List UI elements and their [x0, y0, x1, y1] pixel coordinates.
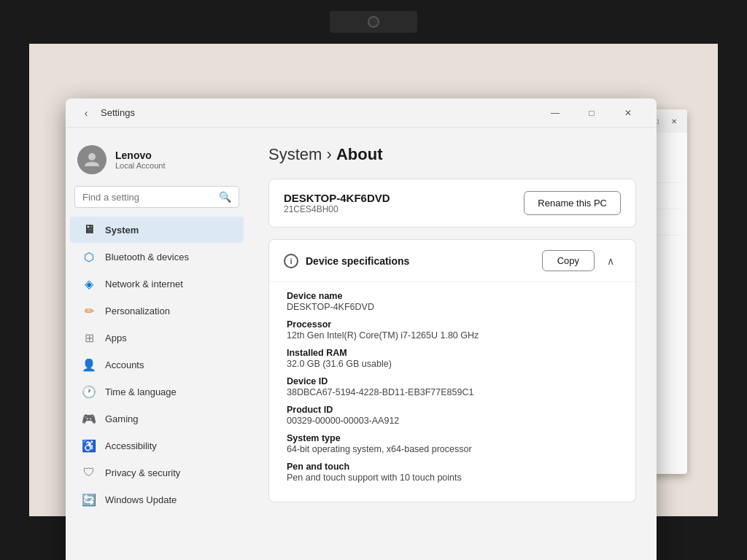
- spec-row: System type 64-bit operating system, x64…: [287, 433, 618, 454]
- spec-value: 12th Gen Intel(R) Core(TM) i7-1265U 1.80…: [287, 330, 618, 341]
- sidebar-item-privacy[interactable]: 🛡 Privacy & security: [70, 459, 244, 486]
- sidebar-item-label: Gaming: [105, 413, 139, 424]
- sidebar-item-accounts[interactable]: 👤 Accounts: [70, 351, 244, 378]
- user-name: Lenovo: [115, 149, 166, 161]
- sidebar-item-apps[interactable]: ⊞ Apps: [70, 324, 244, 351]
- apps-icon: ⊞: [82, 330, 96, 345]
- breadcrumb: System › About: [268, 145, 382, 163]
- spec-row: Device ID 38DBCA67-5194-4228-BD11-EB3F77…: [287, 376, 618, 397]
- page-title: About: [336, 145, 383, 163]
- personalization-icon: ✏: [82, 303, 96, 318]
- spec-row: Pen and touch Pen and touch support with…: [287, 462, 618, 483]
- rename-pc-button[interactable]: Rename this PC: [524, 191, 621, 215]
- pc-serial: 21CES4BH00: [284, 204, 390, 214]
- sidebar-item-windows-update[interactable]: 🔄 Windows Update: [70, 486, 244, 513]
- specs-body: Device name DESKTOP-4KF6DVD Processor 12…: [269, 282, 635, 502]
- gaming-icon: 🎮: [82, 411, 96, 426]
- spec-value: 64-bit operating system, x64-based proce…: [287, 444, 618, 454]
- pc-info: DESKTOP-4KF6DVD 21CES4BH00: [284, 192, 390, 214]
- sidebar-item-personalization[interactable]: ✏ Personalization: [70, 298, 244, 324]
- sidebar-item-label: System: [105, 225, 139, 236]
- info-icon: i: [284, 254, 298, 268]
- webcam-bar: [330, 11, 417, 33]
- maximize-button[interactable]: □: [575, 101, 608, 125]
- pc-name-card: DESKTOP-4KF6DVD 21CES4BH00 Rename this P…: [268, 179, 636, 228]
- settings-window: ‹ Settings — □ ✕: [66, 98, 657, 560]
- spec-value: 00329-00000-00003-AA912: [287, 416, 618, 426]
- breadcrumb-separator: ›: [326, 145, 336, 163]
- user-info: Lenovo Local Account: [115, 149, 166, 170]
- close-button[interactable]: ✕: [611, 101, 645, 125]
- right-panel: System › About DESKTOP-4KF6DVD 21CES4BH0…: [248, 128, 657, 560]
- spec-row: Processor 12th Gen Intel(R) Core(TM) i7-…: [287, 319, 618, 341]
- sidebar-item-label: Personalization: [105, 306, 170, 316]
- sidebar-item-label: Network & internet: [105, 279, 183, 289]
- spec-value: 32.0 GB (31.6 GB usable): [287, 359, 618, 369]
- spec-label: Pen and touch: [287, 462, 618, 472]
- sidebar-item-accessibility[interactable]: ♿ Accessibility: [70, 432, 244, 459]
- sidebar-item-bluetooth[interactable]: ⬡ Bluetooth & devices: [70, 244, 244, 270]
- network-icon: ◈: [82, 276, 96, 291]
- user-account-type: Local Account: [115, 161, 166, 170]
- accessibility-icon: ♿: [82, 438, 96, 453]
- sidebar-item-time[interactable]: 🕐 Time & language: [70, 378, 244, 405]
- webcam-dot: [368, 16, 379, 28]
- search-icon: 🔍: [219, 191, 231, 203]
- spec-label: Device ID: [287, 376, 618, 386]
- sidebar-item-network[interactable]: ◈ Network & internet: [70, 271, 244, 297]
- spec-value: Pen and touch support with 10 touch poin…: [287, 472, 618, 483]
- sidebar-item-label: Bluetooth & devices: [105, 252, 189, 262]
- spec-label: Installed RAM: [287, 348, 618, 358]
- sidebar-item-label: Apps: [105, 332, 127, 343]
- collapse-button[interactable]: ∧: [600, 251, 621, 271]
- accounts-icon: 👤: [82, 357, 96, 372]
- sidebar-item-label: Accessibility: [105, 440, 157, 451]
- main-content: Lenovo Local Account 🔍 🖥 System ⬡ Blueto: [66, 128, 657, 560]
- bluetooth-icon: ⬡: [82, 249, 96, 264]
- page-header: System › About: [268, 145, 636, 164]
- minimize-button[interactable]: —: [538, 101, 572, 125]
- explorer-close-btn[interactable]: ✕: [667, 114, 681, 128]
- pc-hostname: DESKTOP-4KF6DVD: [284, 192, 390, 204]
- spec-value: 38DBCA67-5194-4228-BD11-EB3F77E859C1: [287, 387, 618, 397]
- search-box[interactable]: 🔍: [74, 186, 239, 208]
- sidebar-item-system[interactable]: 🖥 System: [70, 217, 244, 243]
- sidebar-item-gaming[interactable]: 🎮 Gaming: [70, 405, 244, 432]
- sidebar-item-label: Windows Update: [105, 494, 177, 505]
- spec-row: Installed RAM 32.0 GB (31.6 GB usable): [287, 348, 618, 369]
- specs-title-row: i Device specifications: [284, 254, 409, 268]
- svg-point-0: [88, 153, 96, 160]
- time-icon: 🕐: [82, 384, 96, 399]
- sidebar-item-label: Time & language: [105, 386, 177, 397]
- window-title: Settings: [101, 107, 538, 118]
- system-icon: 🖥: [82, 222, 96, 237]
- spec-row: Device name DESKTOP-4KF6DVD: [287, 291, 618, 312]
- specs-controls: Copy ∧: [542, 250, 621, 271]
- spec-value: DESKTOP-4KF6DVD: [287, 302, 618, 312]
- avatar: [77, 145, 107, 174]
- title-bar: ‹ Settings — □ ✕: [66, 98, 657, 128]
- spec-label: Product ID: [287, 405, 618, 415]
- device-specs-section: i Device specifications Copy ∧ Device na…: [268, 239, 636, 502]
- sidebar: Lenovo Local Account 🔍 🖥 System ⬡ Blueto: [66, 128, 248, 560]
- search-input[interactable]: [82, 192, 219, 203]
- sidebar-item-label: Accounts: [105, 359, 144, 370]
- sidebar-item-label: Privacy & security: [105, 467, 180, 478]
- windows-update-icon: 🔄: [82, 492, 96, 507]
- specs-title: Device specifications: [306, 255, 409, 267]
- spec-label: Processor: [287, 319, 618, 330]
- spec-label: Device name: [287, 291, 618, 301]
- breadcrumb-parent: System: [268, 145, 322, 163]
- screen-area: — □ ✕ 📋 Details 📁 Downloads Stored local…: [29, 44, 718, 516]
- copy-button[interactable]: Copy: [542, 250, 595, 271]
- user-section: Lenovo Local Account: [66, 139, 248, 186]
- spec-row: Product ID 00329-00000-00003-AA912: [287, 405, 618, 426]
- specs-header: i Device specifications Copy ∧: [269, 240, 635, 282]
- back-button[interactable]: ‹: [77, 104, 95, 122]
- window-controls: — □ ✕: [538, 101, 645, 125]
- spec-label: System type: [287, 433, 618, 443]
- privacy-icon: 🛡: [82, 465, 96, 480]
